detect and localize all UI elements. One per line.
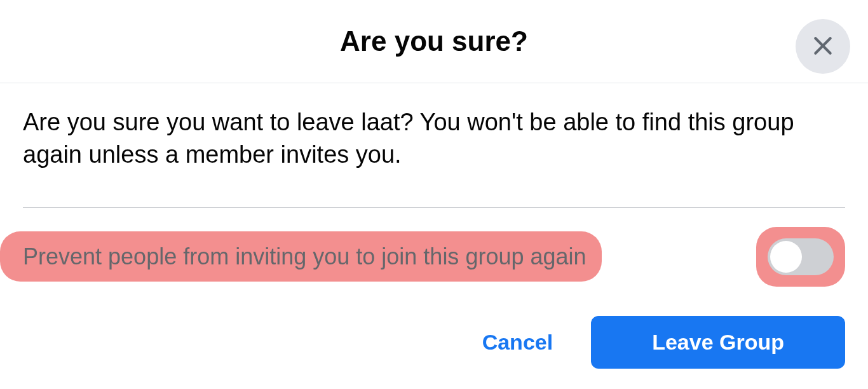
close-icon [810, 33, 836, 60]
dialog-title: Are you sure? [13, 25, 855, 57]
dialog-message: Are you sure you want to leave laat? You… [23, 106, 845, 172]
toggle-knob [770, 241, 802, 273]
confirm-leave-dialog: Are you sure? Are you sure you want to l… [0, 0, 868, 389]
toggle-highlight [756, 227, 845, 287]
close-button[interactable] [796, 19, 850, 74]
prevent-invite-option: Prevent people from inviting you to join… [0, 208, 868, 306]
dialog-footer: Cancel Leave Group [0, 306, 868, 389]
prevent-invite-toggle[interactable] [768, 238, 834, 275]
cancel-button[interactable]: Cancel [459, 316, 576, 369]
dialog-header: Are you sure? [0, 0, 868, 83]
dialog-body: Are you sure you want to leave laat? You… [0, 83, 868, 184]
option-label: Prevent people from inviting you to join… [23, 243, 587, 270]
option-label-highlight: Prevent people from inviting you to join… [0, 231, 602, 282]
leave-group-button[interactable]: Leave Group [591, 316, 845, 369]
